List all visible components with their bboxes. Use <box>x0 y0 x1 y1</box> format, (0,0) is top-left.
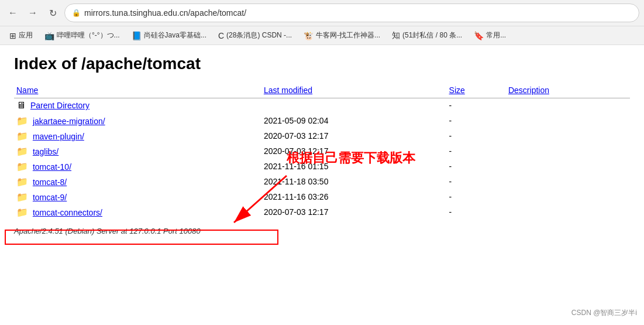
table-row: 📁 jakartaee-migration/ 2021-05-09 02:04 … <box>14 113 630 128</box>
file-name-cell: 📁 maven-plugin/ <box>14 128 261 143</box>
bookmark-label: 哔哩哔哩（°-°）つ... <box>57 30 120 40</box>
page-content: Index of /apache/tomcat Name Last modifi… <box>0 45 644 245</box>
bookmark-label: 尚硅谷Java零基础... <box>144 30 206 40</box>
col-description[interactable]: Description <box>506 83 630 98</box>
bookmark-item[interactable]: 📺哔哩哔哩（°-°）つ... <box>40 29 125 42</box>
description-cell <box>506 204 630 220</box>
folder-icon: 📁 <box>16 192 28 202</box>
address-bar[interactable]: 🔒 mirrors.tuna.tsinghua.edu.cn/apache/to… <box>64 4 639 22</box>
table-row: 📁 tomcat-connectors/ 2020-07-03 12:17 - <box>14 204 630 220</box>
file-name-cell: 📁 taglibs/ <box>14 143 261 159</box>
last-modified-cell <box>261 98 447 113</box>
last-modified-cell: 2020-07-03 12:17 <box>261 128 447 143</box>
size-cell: - <box>447 128 506 143</box>
bookmark-item[interactable]: 知(51封私信 / 80 条... <box>387 29 467 42</box>
folder-icon: 📁 <box>16 146 28 156</box>
folder-icon: 📁 <box>16 207 28 217</box>
bookmark-icon: 知 <box>392 30 400 41</box>
annotation-text: 根据自己需要下载版本 <box>287 149 415 167</box>
file-link[interactable]: Parent Directory <box>30 101 89 110</box>
size-cell: - <box>447 143 506 159</box>
file-link[interactable]: tomcat-9/ <box>33 193 67 202</box>
lock-icon: 🔒 <box>72 9 81 17</box>
bookmark-item[interactable]: 🔖常用... <box>469 29 511 42</box>
bookmark-item[interactable]: 🐮牛客网-找工作神器... <box>299 29 385 42</box>
back-button[interactable]: ← <box>5 5 21 21</box>
bookmark-item[interactable]: 📘尚硅谷Java零基础... <box>127 29 211 42</box>
bookmark-icon: 📺 <box>44 31 54 40</box>
watermark: CSDN @智商三岁半i <box>571 308 637 318</box>
bookmark-item[interactable]: C(28条消息) CSDN -... <box>213 29 297 42</box>
folder-icon: 📁 <box>16 116 28 126</box>
description-cell <box>506 98 630 113</box>
description-cell <box>506 128 630 143</box>
description-cell <box>506 174 630 189</box>
size-cell: - <box>447 204 506 220</box>
folder-icon: 📁 <box>16 162 28 172</box>
folder-icon: 📁 <box>16 131 28 141</box>
last-modified-cell: 2021-11-16 03:26 <box>261 189 447 204</box>
size-cell: - <box>447 113 506 128</box>
bookmark-icon: 📘 <box>132 31 142 40</box>
file-link[interactable]: tomcat-10/ <box>33 162 71 172</box>
bookmark-label: (51封私信 / 80 条... <box>402 30 462 40</box>
last-modified-cell: 2020-07-03 12:17 <box>261 204 447 220</box>
folder-icon: 📁 <box>16 177 28 187</box>
table-row: 🖥 Parent Directory - <box>14 98 630 113</box>
size-cell: - <box>447 159 506 174</box>
url-text: mirrors.tuna.tsinghua.edu.cn/apache/tomc… <box>84 8 632 18</box>
bookmark-icon: C <box>218 31 224 40</box>
refresh-button[interactable]: ↻ <box>44 5 61 21</box>
folder-icon: 🖥 <box>16 100 26 110</box>
bookmark-icon: 🐮 <box>304 31 314 40</box>
bookmark-item[interactable]: ⊞应用 <box>5 29 37 42</box>
description-cell <box>506 189 630 204</box>
browser-chrome: ← → ↻ 🔒 mirrors.tuna.tsinghua.edu.cn/apa… <box>0 0 644 45</box>
page-title: Index of /apache/tomcat <box>14 54 630 73</box>
bookmarks-bar: ⊞应用📺哔哩哔哩（°-°）つ...📘尚硅谷Java零基础...C(28条消息) … <box>0 26 644 45</box>
server-footer: Apache/2.4.51 (Debian) Server at 127.0.0… <box>14 227 630 235</box>
col-last-modified[interactable]: Last modified <box>261 83 447 98</box>
description-cell <box>506 143 630 159</box>
col-name[interactable]: Name <box>14 83 261 98</box>
file-link[interactable]: maven-plugin/ <box>33 132 84 141</box>
bookmark-label: 常用... <box>486 30 506 40</box>
last-modified-cell: 2021-05-09 02:04 <box>261 113 447 128</box>
file-link[interactable]: jakartaee-migration/ <box>33 117 105 126</box>
nav-bar: ← → ↻ 🔒 mirrors.tuna.tsinghua.edu.cn/apa… <box>0 0 644 26</box>
bookmark-icon: 🔖 <box>474 31 484 40</box>
last-modified-cell: 2021-11-18 03:50 <box>261 174 447 189</box>
col-size[interactable]: Size <box>447 83 506 98</box>
table-row: 📁 maven-plugin/ 2020-07-03 12:17 - <box>14 128 630 143</box>
file-link[interactable]: tomcat-connectors/ <box>33 208 102 217</box>
file-link[interactable]: taglibs/ <box>33 147 58 156</box>
forward-button[interactable]: → <box>25 5 41 21</box>
file-name-cell: 📁 tomcat-connectors/ <box>14 204 261 220</box>
file-name-cell: 🖥 Parent Directory <box>14 98 261 113</box>
bookmark-label: 牛客网-找工作神器... <box>316 30 380 40</box>
table-row: 📁 tomcat-8/ 2021-11-18 03:50 - <box>14 174 630 189</box>
size-cell: - <box>447 174 506 189</box>
description-cell <box>506 159 630 174</box>
bookmark-icon: ⊞ <box>9 31 16 40</box>
file-name-cell: 📁 tomcat-9/ <box>14 189 261 204</box>
bookmark-label: (28条消息) CSDN -... <box>226 30 292 40</box>
file-name-cell: 📁 tomcat-8/ <box>14 174 261 189</box>
size-cell: - <box>447 189 506 204</box>
file-name-cell: 📁 jakartaee-migration/ <box>14 113 261 128</box>
table-row: 📁 tomcat-9/ 2021-11-16 03:26 - <box>14 189 630 204</box>
description-cell <box>506 113 630 128</box>
file-link[interactable]: tomcat-8/ <box>33 177 67 187</box>
bookmark-label: 应用 <box>19 30 33 40</box>
size-cell: - <box>447 98 506 113</box>
file-name-cell: 📁 tomcat-10/ <box>14 159 261 174</box>
